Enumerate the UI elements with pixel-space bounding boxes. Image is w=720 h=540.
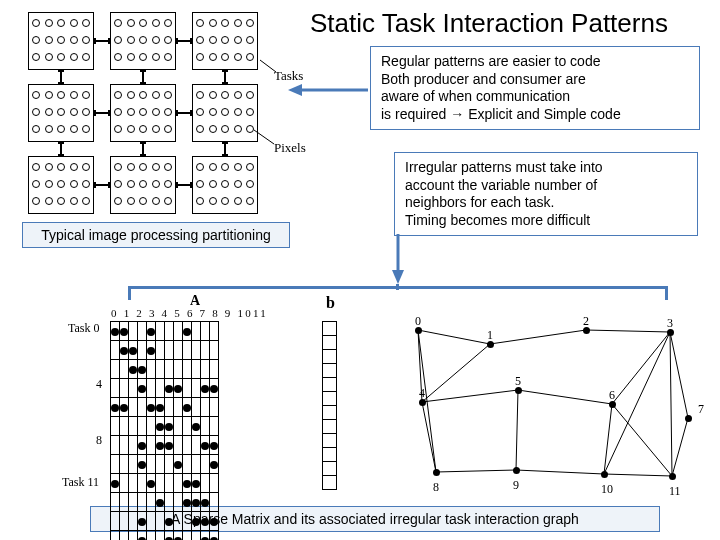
row-label: Task 11 [62,475,99,490]
arrow-down-icon [390,234,406,286]
svg-line-22 [672,418,688,476]
grid-cell [110,12,176,70]
graph-node-label: 1 [487,328,493,343]
svg-line-12 [612,332,670,404]
regular-patterns-box: Regular patterns are easier to code Both… [370,46,700,130]
graph-node-label: 4 [419,386,425,401]
graph-node-label: 10 [601,482,613,497]
svg-line-15 [670,332,672,476]
graph-node-label: 3 [667,316,673,331]
graph-node [685,415,692,422]
txt: aware of when communication [381,88,689,106]
svg-line-24 [516,470,604,474]
txt: Irregular patterns must take into [405,159,687,177]
irregular-patterns-box: Irregular patterns must take into accoun… [394,152,698,236]
svg-line-19 [516,390,518,470]
row-label: Task 0 [68,321,100,336]
typical-caption: Typical image processing partitioning [22,222,290,248]
pixel-pointer-icon [252,128,276,152]
graph-node [669,473,676,480]
svg-line-5 [254,130,274,144]
graph-node-label: 9 [513,478,519,493]
svg-line-16 [422,390,518,402]
grid-cell [192,84,258,142]
svg-line-4 [260,60,276,72]
svg-line-9 [490,330,586,344]
txt: Timing becomes more difficult [405,212,687,230]
graph-node [601,471,608,478]
row-label: 4 [96,377,102,392]
graph-node-label: 2 [583,314,589,329]
grid-cell [28,156,94,214]
pixels-label: Pixels [274,140,306,156]
txt: account the variable number of [405,177,687,195]
grid-cell [110,156,176,214]
svg-line-25 [604,474,672,476]
graph-node [513,467,520,474]
task-pointer-icon [258,58,278,82]
svg-line-10 [422,344,490,402]
svg-line-23 [436,470,516,472]
grid-cell [28,84,94,142]
svg-line-17 [422,402,436,472]
svg-marker-1 [288,84,302,96]
svg-line-21 [612,404,672,476]
graph-node [433,469,440,476]
interaction-graph: 01234567891011 [400,322,700,482]
bracket-stem [396,284,399,290]
page-title: Static Task Interaction Patterns [310,8,668,39]
graph-node-label: 11 [669,484,681,499]
svg-line-13 [670,332,688,418]
grid-cell [192,12,258,70]
graph-node-label: 0 [415,314,421,329]
b-label: b [326,294,335,312]
row-label: 8 [96,433,102,448]
image-grid [28,12,263,217]
grid-cell [192,156,258,214]
grid-cell [110,84,176,142]
graph-node-label: 6 [609,388,615,403]
grid-cell [28,12,94,70]
txt: Regular patterns are easier to code [381,53,689,71]
txt: is required → Explicit and Simple code [381,106,689,124]
svg-line-6 [418,330,490,344]
svg-line-20 [604,404,612,474]
graph-node-label: 8 [433,480,439,495]
tasks-label: Tasks [274,68,303,84]
svg-line-18 [518,390,612,404]
graph-node-label: 5 [515,374,521,389]
txt: neighbors for each task. [405,194,687,212]
txt: Both producer and consumer are [381,71,689,89]
matrix-cols: 0 1 2 3 4 5 6 7 8 9 1011 [111,307,268,319]
svg-line-11 [586,330,670,332]
graph-node-label: 7 [698,402,704,417]
b-vector [322,321,337,490]
svg-marker-3 [392,270,404,284]
